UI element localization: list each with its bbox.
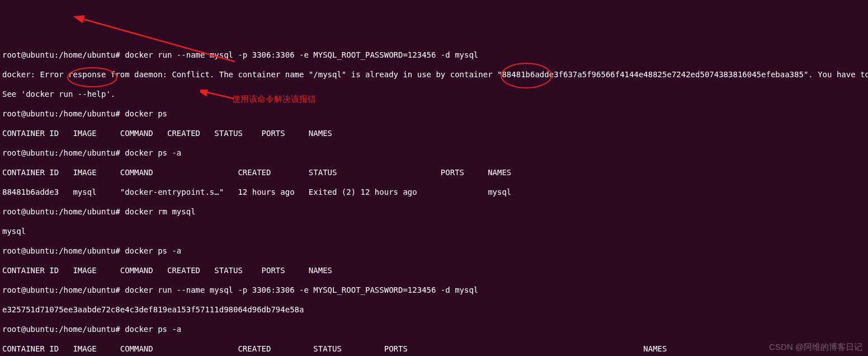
terminal-line: mysql xyxy=(2,227,866,237)
terminal-line: CONTAINER ID IMAGE COMMAND CREATED STATU… xyxy=(2,129,866,139)
terminal-line: root@ubuntu:/home/ubuntu# docker run --n… xyxy=(2,285,866,296)
terminal-output[interactable]: root@ubuntu:/home/ubuntu# docker run --n… xyxy=(2,40,866,356)
terminal-line: e325751d71075ee3aabde72c8e4c3def819ea153… xyxy=(2,305,866,315)
terminal-line: CONTAINER ID IMAGE COMMAND CREATED STATU… xyxy=(2,168,866,178)
terminal-line: root@ubuntu:/home/ubuntu# docker ps -a xyxy=(2,246,866,256)
terminal-line: CONTAINER ID IMAGE COMMAND CREATED STATU… xyxy=(2,344,866,354)
terminal-line: root@ubuntu:/home/ubuntu# docker ps -a xyxy=(2,325,866,335)
watermark: CSDN @阿维的博客日记 xyxy=(769,342,862,353)
terminal-line: 88481b6adde3 mysql "docker-entrypoint.s…… xyxy=(2,188,866,198)
terminal-line: root@ubuntu:/home/ubuntu# docker rm mysq… xyxy=(2,207,866,217)
terminal-line: root@ubuntu:/home/ubuntu# docker ps xyxy=(2,109,866,119)
terminal-line: See 'docker run --help'. xyxy=(2,90,866,100)
terminal-line: CONTAINER ID IMAGE COMMAND CREATED STATU… xyxy=(2,266,866,276)
terminal-line: root@ubuntu:/home/ubuntu# docker ps -a xyxy=(2,148,866,158)
terminal-line: docker: Error response from daemon: Conf… xyxy=(2,70,866,80)
terminal-line: root@ubuntu:/home/ubuntu# docker run --n… xyxy=(2,50,866,60)
